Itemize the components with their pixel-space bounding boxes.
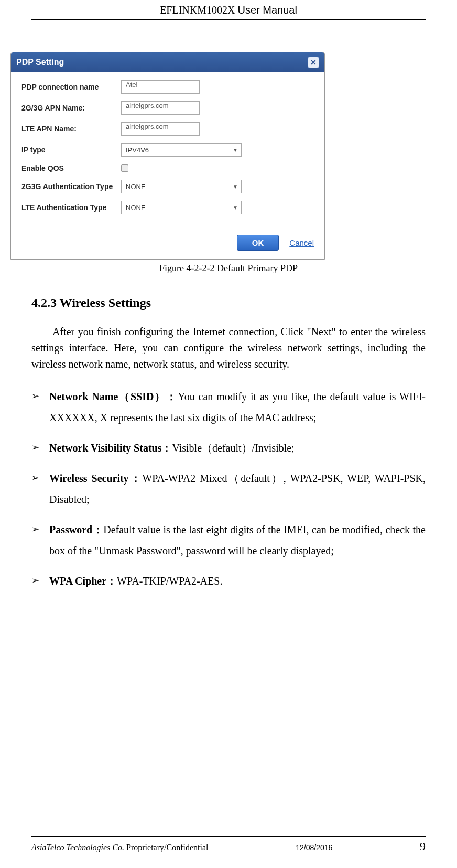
bullet-rest: WPA-TKIP/WPA2-AES. [117, 575, 222, 587]
list-item: ➢ WPA Cipher：WPA-TKIP/WPA2-AES. [31, 570, 426, 591]
select-ip-type-value: IPV4V6 [126, 146, 149, 154]
close-icon[interactable]: ✕ [308, 57, 319, 68]
ok-button[interactable]: OK [237, 235, 279, 251]
input-pdp-name[interactable]: Atel [121, 80, 200, 94]
row-enable-qos: Enable QOS [21, 164, 314, 172]
footer-date: 12/08/2016 [296, 843, 332, 852]
dialog-footer: OK Cancel [11, 227, 324, 259]
bullet-text: Wireless Security：WPA-WPA2 Mixed（default… [49, 468, 426, 510]
pdp-setting-dialog: PDP Setting ✕ PDP connection name Atel 2… [10, 52, 325, 260]
label-enable-qos: Enable QOS [21, 164, 121, 172]
label-ip-type: IP type [21, 146, 121, 154]
label-lte-auth: LTE Authentication Type [21, 203, 121, 212]
header-text: EFLINKM1002X User Manual [160, 4, 297, 16]
dialog-titlebar: PDP Setting ✕ [11, 52, 324, 72]
bullet-marker-icon: ➢ [31, 519, 49, 561]
row-pdp-name: PDP connection name Atel [21, 80, 314, 94]
list-item: ➢ Network Name（SSID）：You can modify it a… [31, 386, 426, 428]
bullet-text: Password：Default value is the last eight… [49, 519, 426, 561]
row-lte-apn: LTE APN Name: airtelgprs.com [21, 122, 314, 136]
bullet-marker-icon: ➢ [31, 468, 49, 510]
chevron-down-icon: ▼ [233, 147, 238, 153]
select-2g3g-auth[interactable]: NONE ▼ [121, 180, 242, 193]
figure-wrap: PDP Setting ✕ PDP connection name Atel 2… [31, 52, 426, 274]
chevron-down-icon: ▼ [233, 184, 238, 190]
figure-caption: Figure 4-2-2-2 Default Primary PDP [31, 263, 426, 274]
bullet-bold: Network Visibility Status： [49, 442, 172, 454]
footer-left: AsiaTelco Technologies Co. Proprietary/C… [31, 843, 208, 852]
bullet-text: Network Visibility Status：Visible（defaul… [49, 437, 295, 458]
footer-company: AsiaTelco Technologies Co. [31, 843, 124, 852]
label-pdp-name: PDP connection name [21, 83, 121, 91]
footer-page-number: 9 [420, 840, 426, 853]
dialog-title: PDP Setting [16, 58, 64, 67]
row-2g3g-auth: 2G3G Authentication Type NONE ▼ [21, 180, 314, 193]
bullet-marker-icon: ➢ [31, 570, 49, 591]
bullet-marker-icon: ➢ [31, 386, 49, 428]
bullet-rest: Visible（default）/Invisible; [172, 442, 294, 454]
row-2g3g-apn: 2G/3G APN Name: airtelgprs.com [21, 101, 314, 115]
select-lte-auth-value: NONE [126, 204, 146, 212]
header-label: User Manual [237, 4, 297, 16]
row-ip-type: IP type IPV4V6 ▼ [21, 143, 314, 157]
bullet-bold: WPA Cipher： [49, 575, 117, 587]
label-2g3g-apn: 2G/3G APN Name: [21, 104, 121, 112]
bullet-bold: Network Name（SSID）： [49, 391, 178, 402]
select-lte-auth[interactable]: NONE ▼ [121, 201, 242, 214]
bullet-text: Network Name（SSID）：You can modify it as … [49, 386, 426, 428]
list-item: ➢ Password：Default value is the last eig… [31, 519, 426, 561]
intro-paragraph: After you finish configuring the Interne… [31, 324, 426, 372]
bullet-text: WPA Cipher：WPA-TKIP/WPA2-AES. [49, 570, 222, 591]
bullet-list: ➢ Network Name（SSID）：You can modify it a… [31, 386, 426, 591]
list-item: ➢ Wireless Security：WPA-WPA2 Mixed（defau… [31, 468, 426, 510]
chevron-down-icon: ▼ [233, 205, 238, 211]
label-2g3g-auth: 2G3G Authentication Type [21, 182, 121, 191]
footer-confidential: Proprietary/Confidential [124, 843, 208, 852]
cancel-link[interactable]: Cancel [289, 238, 314, 247]
checkbox-enable-qos[interactable] [121, 164, 128, 172]
dialog-body: PDP connection name Atel 2G/3G APN Name:… [11, 72, 324, 227]
bullet-rest: Default value is the last eight digits o… [49, 524, 426, 556]
select-2g3g-auth-value: NONE [126, 183, 146, 191]
bullet-marker-icon: ➢ [31, 437, 49, 458]
label-lte-apn: LTE APN Name: [21, 125, 121, 133]
bullet-bold: Password： [49, 524, 103, 535]
input-2g3g-apn[interactable]: airtelgprs.com [121, 101, 200, 115]
header-product: EFLINKM1002X [160, 4, 235, 16]
select-ip-type[interactable]: IPV4V6 ▼ [121, 143, 242, 157]
page-footer: AsiaTelco Technologies Co. Proprietary/C… [31, 836, 426, 853]
section-heading: 4.2.3 Wireless Settings [31, 296, 426, 310]
page-header: EFLINKM1002X User Manual [31, 0, 426, 20]
input-lte-apn[interactable]: airtelgprs.com [121, 122, 200, 136]
row-lte-auth: LTE Authentication Type NONE ▼ [21, 201, 314, 214]
bullet-bold: Wireless Security： [49, 473, 142, 484]
list-item: ➢ Network Visibility Status：Visible（defa… [31, 437, 426, 458]
